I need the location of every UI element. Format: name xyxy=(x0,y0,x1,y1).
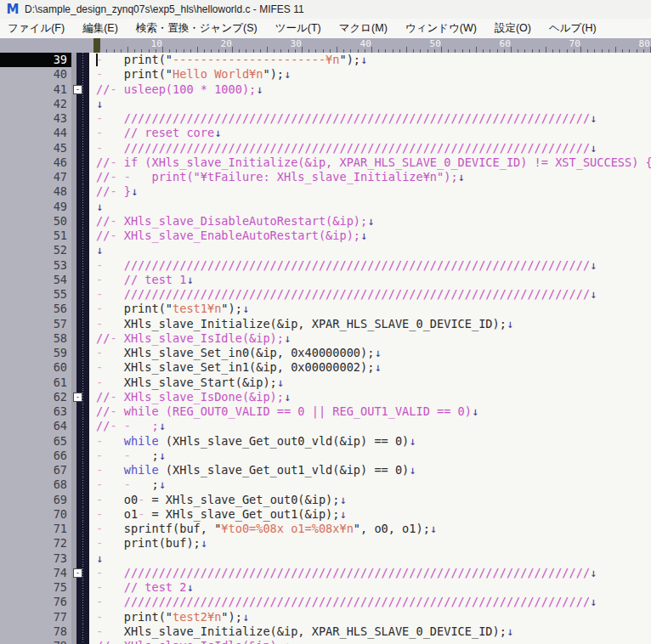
menu-item-5[interactable]: マクロ(M) xyxy=(339,21,388,36)
code-content[interactable]: ↓ xyxy=(89,551,651,566)
comment-text: // reset core xyxy=(124,126,214,139)
code-content[interactable]: - print(buf);↓ xyxy=(89,536,651,551)
newline-mark-icon: ↓ xyxy=(590,141,597,155)
code-line-45: 45- ////////////////////////////////////… xyxy=(0,141,651,155)
code-content[interactable]: - //////////////////////////////////////… xyxy=(89,258,651,273)
line-number: 41 xyxy=(0,82,71,97)
string-text: test1¥n xyxy=(173,302,221,315)
comment-fill: ////////////////////////////////////////… xyxy=(124,595,590,608)
code-text: o0 xyxy=(124,493,138,506)
line-number: 75 xyxy=(0,580,71,595)
tab-mark: - xyxy=(110,331,123,345)
code-line-71: 71- sprintf(buf, "¥to0=%08x o1=%08x¥n", … xyxy=(0,522,651,536)
line-number: 77 xyxy=(0,610,71,624)
line-number: 39 xyxy=(0,53,71,67)
menu-item-2[interactable]: 編集(E) xyxy=(82,21,118,36)
code-content[interactable]: - print("test1¥n");↓ xyxy=(89,302,651,316)
tab-mark: - xyxy=(110,419,123,432)
fold-toggle-icon[interactable]: - xyxy=(73,393,82,402)
menu-item-6[interactable]: ウィンドウ(W) xyxy=(405,21,477,36)
menu-item-3[interactable]: 検索・置換・ジャンプ(S) xyxy=(136,21,258,36)
tab-mark: - xyxy=(96,449,124,462)
code-content[interactable]: - // test 2↓ xyxy=(89,580,651,595)
code-content[interactable]: - //////////////////////////////////////… xyxy=(89,287,651,302)
fold-gutter xyxy=(76,111,89,126)
code-line-62: 62//- XHls_slave_IsDone(&ip);↓- xyxy=(0,390,651,404)
code-content[interactable]: - XHls_slave_Initialize(&ip, XPAR_HLS_SL… xyxy=(89,317,651,331)
code-text: "); xyxy=(339,53,360,66)
code-line-47: 47//- - print("¥tFailure: XHls_slave_Ini… xyxy=(0,170,651,184)
ruler-label-30: 30 xyxy=(281,39,302,49)
tab-mark: - xyxy=(96,258,124,272)
newline-mark-icon: ↓ xyxy=(159,449,166,462)
code-content[interactable]: - o0- = XHls_slave_Get_out0(&ip);↓ xyxy=(89,493,651,507)
code-content[interactable]: //- XHls_slave_IsDone(&ip);↓ xyxy=(89,390,651,404)
code-content[interactable]: //- usleep(100 * 1000);↓ xyxy=(89,82,651,97)
fold-toggle-icon[interactable]: - xyxy=(73,85,82,94)
code-content[interactable]: - print("----------------------¥n");↓ xyxy=(89,53,651,67)
editor-area[interactable]: 39- print("----------------------¥n");↓4… xyxy=(0,53,651,644)
code-content[interactable]: - XHls_slave_Initialize(&ip, XPAR_HLS_SL… xyxy=(89,624,651,639)
newline-mark-icon: ↓ xyxy=(374,346,381,359)
tab-mark: - xyxy=(96,287,124,301)
code-content[interactable]: //- - ;↓ xyxy=(89,419,651,433)
code-content[interactable]: - o1- = XHls_slave_Get_out1(&ip);↓ xyxy=(89,507,651,522)
code-line-49: 49↓ xyxy=(0,200,651,214)
code-content[interactable]: //- }↓ xyxy=(89,184,651,199)
code-content[interactable]: - XHls_slave_Set_in0(&ip, 0x40000000);↓ xyxy=(89,346,651,360)
tab-mark: - xyxy=(110,214,123,228)
code-line-42: 42↓ xyxy=(0,97,651,111)
line-number: 73 xyxy=(0,551,71,566)
code-text: ; xyxy=(152,477,159,491)
code-content[interactable]: //- XHls_slave_IsIdle(&ip);↓ xyxy=(89,639,651,644)
code-content[interactable]: - //////////////////////////////////////… xyxy=(89,595,651,609)
fold-toggle-icon[interactable]: - xyxy=(73,568,82,578)
code-content[interactable]: - while (XHls_slave_Get_out1_vld(&ip) ==… xyxy=(89,463,651,477)
code-line-74: 74- ////////////////////////////////////… xyxy=(0,566,651,580)
string-text: test2¥n xyxy=(173,610,221,624)
newline-mark-icon: ↓ xyxy=(590,595,597,608)
fold-gutter xyxy=(76,243,89,257)
code-content[interactable]: //- XHls_slave_IsIdle(&ip);↓ xyxy=(89,331,651,346)
menu-item-4[interactable]: ツール(T) xyxy=(275,21,321,36)
code-content[interactable]: - XHls_slave_Set_in1(&ip, 0x00000002);↓ xyxy=(89,360,651,375)
code-content[interactable]: - // reset core↓ xyxy=(89,126,651,140)
code-content[interactable]: //- XHls_slave_EnableAutoRestart(&ip);↓ xyxy=(89,229,651,243)
line-number: 55 xyxy=(0,287,71,302)
code-content[interactable]: - //////////////////////////////////////… xyxy=(89,566,651,580)
code-line-66: 66- - ;↓ xyxy=(0,449,651,463)
code-content[interactable]: ↓ xyxy=(89,200,651,214)
code-content[interactable]: - //////////////////////////////////////… xyxy=(89,111,651,126)
code-content[interactable]: ↓ xyxy=(89,243,651,257)
code-line-52: 52↓ xyxy=(0,243,651,257)
code-content[interactable]: - while (XHls_slave_Get_out0_vld(&ip) ==… xyxy=(89,434,651,449)
newline-mark-icon: ↓ xyxy=(367,214,374,228)
code-content[interactable]: ↓ xyxy=(89,97,651,111)
fold-gutter xyxy=(76,229,89,243)
tab-mark: - xyxy=(96,376,124,389)
menu-item-1[interactable]: ファイル(F) xyxy=(8,21,65,36)
newline-mark-icon: ↓ xyxy=(96,200,103,213)
fold-gutter xyxy=(76,184,89,199)
code-content[interactable]: - print("Hello World¥n");↓ xyxy=(89,67,651,82)
code-content[interactable]: - XHls_slave_Start(&ip);↓ xyxy=(89,376,651,390)
code-line-40: 40- print("Hello World¥n");↓ xyxy=(0,67,651,82)
code-content[interactable]: - - ;↓ xyxy=(89,477,651,492)
code-content[interactable]: - - ;↓ xyxy=(89,449,651,463)
code-content[interactable]: - print("test2¥n");↓ xyxy=(89,610,651,624)
code-content[interactable]: - sprintf(buf, "¥to0=%08x o1=%08x¥n", o0… xyxy=(89,522,651,536)
code-content[interactable]: //- - print("¥tFailure: XHls_slave_Initi… xyxy=(89,170,651,184)
code-line-59: 59- XHls_slave_Set_in0(&ip, 0x40000000);… xyxy=(0,346,651,360)
code-content[interactable]: //- while (REG_OUT0_VALID == 0 || REG_OU… xyxy=(89,404,651,419)
code-content[interactable]: //- XHls_slave_DisableAutoRestart(&ip);↓ xyxy=(89,214,651,229)
code-text: XHls_slave_Set_in1(&ip, 0x00000002); xyxy=(124,360,375,374)
code-line-60: 60- XHls_slave_Set_in1(&ip, 0x00000002);… xyxy=(0,360,651,375)
menu-item-7[interactable]: 設定(O) xyxy=(495,21,531,36)
code-content[interactable]: - //////////////////////////////////////… xyxy=(89,141,651,155)
fold-gutter xyxy=(76,434,89,449)
code-content[interactable]: - // test 1↓ xyxy=(89,273,651,287)
line-number: 68 xyxy=(0,477,71,492)
menu-item-8[interactable]: ヘルプ(H) xyxy=(549,21,597,36)
line-number: 54 xyxy=(0,273,71,287)
code-content[interactable]: //- if (XHls_slave_Initialize(&ip, XPAR_… xyxy=(89,155,651,170)
